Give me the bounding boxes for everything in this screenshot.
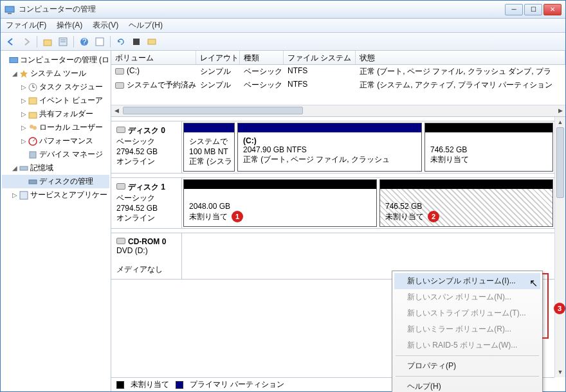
- part-size: 100 MB NT: [189, 147, 229, 156]
- cell: 正常 (システム, アクティブ, プライマリ パーティション: [356, 80, 565, 91]
- menu-file[interactable]: ファイル(F): [6, 20, 46, 31]
- part-status: 正常 (ブート, ページ ファイル, クラッシュ: [243, 154, 416, 165]
- disk-size: 2794.52 GB: [116, 147, 176, 156]
- legend-swatch-primary: [176, 381, 183, 389]
- tree-label: ディスクの管理: [39, 176, 93, 187]
- col-filesystem[interactable]: ファイル システム: [284, 51, 356, 64]
- tree-performance[interactable]: ▷パフォーマンス: [2, 134, 109, 148]
- disk-icon: [116, 183, 125, 190]
- cell: 正常 (ブート, ページ ファイル, クラッシュ ダンプ, プラ: [356, 66, 565, 77]
- part-size: 2047.90 GB NTFS: [243, 145, 416, 154]
- menu-view[interactable]: 表示(V): [93, 20, 118, 31]
- tree-storage[interactable]: ◢記憶域: [2, 161, 109, 175]
- tree-device-manager[interactable]: デバイス マネージ: [2, 148, 109, 161]
- tool-icon-1[interactable]: [93, 35, 106, 48]
- context-menu: 新しいシンプル ボリューム(I)... 新しいスパン ボリューム(N)... 新…: [392, 271, 543, 392]
- cdrom-icon: [116, 238, 125, 244]
- volume-icon: [115, 68, 124, 75]
- menu-new-spanned-volume[interactable]: 新しいスパン ボリューム(N)...: [394, 289, 540, 305]
- annotation-2: 2: [428, 211, 439, 222]
- svg-rect-10: [148, 39, 156, 44]
- list-row[interactable]: (C:) シンプル ベーシック NTFS 正常 (ブート, ページ ファイル, …: [111, 65, 565, 78]
- svg-rect-0: [5, 6, 14, 12]
- menubar: ファイル(F) 操作(A) 表示(V) ヘルプ(H): [1, 19, 565, 33]
- list-row[interactable]: システムで予約済み シンプル ベーシック NTFS 正常 (システム, アクティ…: [111, 78, 565, 92]
- minimize-button[interactable]: ─: [505, 4, 523, 15]
- refresh-icon[interactable]: [114, 35, 127, 48]
- partition[interactable]: 2048.00 GB未割り当て1: [183, 179, 377, 227]
- partition[interactable]: (C:)2047.90 GB NTFS正常 (ブート, ページ ファイル, クラ…: [237, 123, 422, 172]
- tree-system-tools[interactable]: ◢システム ツール: [2, 67, 109, 80]
- tree-event-viewer[interactable]: ▷イベント ビューア: [2, 94, 109, 107]
- menu-properties[interactable]: プロパティ(P): [394, 358, 540, 374]
- disk-info[interactable]: ディスク 0 ベーシック 2794.52 GB オンライン: [111, 121, 182, 173]
- menu-new-simple-volume[interactable]: 新しいシンプル ボリューム(I)...: [394, 273, 540, 289]
- cell: システムで予約済み: [127, 80, 196, 89]
- disk-info[interactable]: ディスク 1 ベーシック 2794.52 GB オンライン: [111, 178, 182, 228]
- cell: NTFS: [284, 80, 356, 91]
- partition[interactable]: システムで100 MB NT正常 (シスラ: [183, 123, 235, 172]
- annotation-1: 1: [232, 211, 243, 222]
- cell: ベーシック: [240, 66, 284, 77]
- svg-rect-11: [10, 57, 18, 62]
- disk-type: ベーシック: [116, 193, 176, 204]
- menu-new-striped-volume[interactable]: 新しいストライプ ボリューム(T)...: [394, 305, 540, 321]
- part-status: 未割り当て: [189, 212, 228, 221]
- col-volume[interactable]: ボリューム: [111, 51, 196, 64]
- tree-label: 共有フォルダー: [39, 109, 93, 120]
- menu-new-mirror-volume[interactable]: 新しいミラー ボリューム(R)...: [394, 321, 540, 337]
- volume-list: ボリューム レイアウト 種類 ファイル システム 状態 (C:) シンプル ベー…: [111, 51, 565, 117]
- part-status: 未割り当て: [385, 212, 424, 221]
- disk-status: メディアなし: [116, 264, 176, 275]
- col-layout[interactable]: レイアウト: [196, 51, 240, 64]
- tool-icon-3[interactable]: [145, 35, 158, 48]
- cursor-icon: ↖: [529, 277, 538, 289]
- menu-action[interactable]: 操作(A): [57, 20, 82, 31]
- disk-info[interactable]: CD-ROM 0 DVD (D:) メディアなし: [111, 233, 182, 279]
- col-type[interactable]: 種類: [240, 51, 284, 64]
- tree-task-scheduler[interactable]: ▷タスク スケジュー: [2, 80, 109, 94]
- part-status: 正常 (シスラ: [189, 156, 229, 167]
- tree-label: システム ツール: [30, 68, 86, 79]
- volume-icon: [115, 82, 124, 89]
- col-status[interactable]: 状態: [356, 51, 565, 64]
- part-status: 未割り当て: [430, 154, 547, 165]
- part-size: 2048.00 GB: [189, 202, 230, 211]
- tree-label: ローカル ユーザー: [39, 122, 103, 133]
- forward-button[interactable]: [20, 35, 33, 48]
- help-icon[interactable]: ?: [78, 35, 91, 48]
- tree-label: コンピューターの管理 (ロ: [20, 55, 109, 66]
- close-button[interactable]: ✕: [543, 4, 561, 15]
- tool-icon-2[interactable]: [130, 35, 143, 48]
- up-icon[interactable]: [41, 35, 54, 48]
- svg-rect-21: [30, 152, 36, 158]
- window-title: コンピューターの管理: [19, 4, 505, 15]
- list-hscroll[interactable]: ◀▶: [111, 105, 565, 116]
- titlebar: コンピューターの管理 ─ ☐ ✕: [1, 1, 565, 19]
- disk-type: ベーシック: [116, 136, 176, 147]
- menu-new-raid5-volume[interactable]: 新しい RAID-5 ボリューム(W)...: [394, 337, 540, 353]
- menu-help[interactable]: ヘルプ(H): [129, 20, 163, 31]
- properties-icon[interactable]: [57, 35, 69, 48]
- svg-rect-15: [29, 98, 37, 104]
- back-button[interactable]: [5, 35, 17, 48]
- computer-management-icon: [5, 4, 15, 15]
- partition-selected[interactable]: 746.52 GB未割り当て2: [379, 179, 553, 227]
- legend-label: 未割り当て: [131, 379, 169, 390]
- tree-shared-folders[interactable]: ▷共有フォルダー: [2, 107, 109, 121]
- disk-vscroll[interactable]: ▲ ▼: [554, 117, 565, 377]
- cell: ベーシック: [240, 80, 284, 91]
- tree-label: タスク スケジュー: [39, 82, 103, 93]
- partition[interactable]: 746.52 GB未割り当て: [424, 123, 553, 172]
- disk-name: ディスク 0: [128, 126, 165, 135]
- svg-rect-24: [20, 192, 28, 199]
- annotation-3: 3: [554, 303, 565, 314]
- tree-local-users[interactable]: ▷ローカル ユーザー: [2, 121, 109, 134]
- svg-rect-23: [29, 180, 37, 184]
- tree-services-apps[interactable]: ▷サービスとアプリケー: [2, 188, 109, 202]
- tree-disk-management[interactable]: ディスクの管理: [2, 175, 109, 188]
- tree-root[interactable]: コンピューターの管理 (ロ: [2, 53, 109, 67]
- menu-help[interactable]: ヘルプ(H): [394, 379, 540, 392]
- maximize-button[interactable]: ☐: [524, 4, 542, 15]
- disk-status: オンライン: [116, 213, 176, 224]
